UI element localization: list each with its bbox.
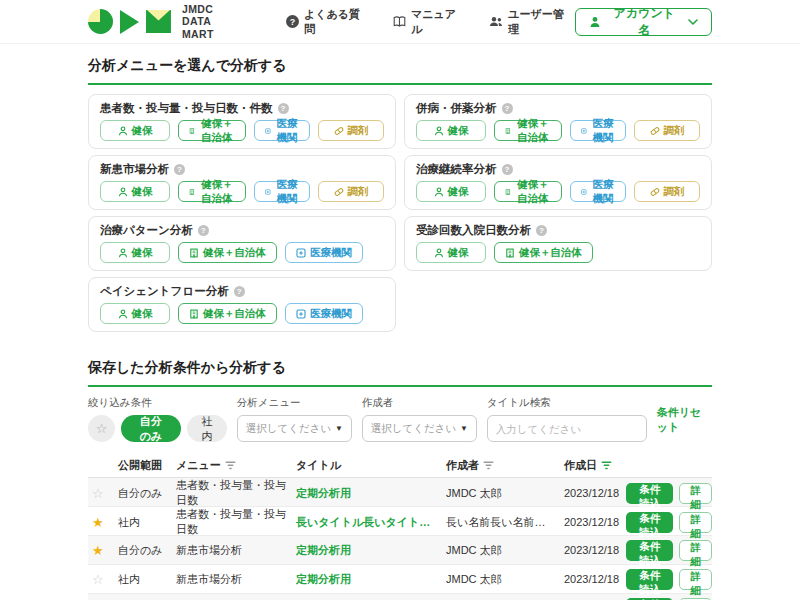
help-icon[interactable]: ?: [502, 103, 513, 114]
chozai-button[interactable]: 調剤: [318, 181, 384, 202]
jmdc-logo[interactable]: JMDC DATA MART: [88, 3, 246, 41]
detail-button[interactable]: 詳細: [679, 483, 712, 504]
kenpo-jichitai-label: 健保＋自治体: [199, 117, 236, 145]
favorite-star-icon[interactable]: ☆: [88, 486, 118, 501]
iryokikan-label: 医療機関: [310, 307, 352, 321]
help-icon[interactable]: ?: [174, 164, 185, 175]
scope-company-pill[interactable]: 社内: [187, 415, 227, 442]
card-title: 新患市場分析: [100, 162, 169, 177]
building-icon: [189, 309, 199, 319]
kenpo-jichitai-label: 健保＋自治体: [203, 246, 266, 260]
users-icon: [489, 16, 503, 27]
kenpo-jichitai-button[interactable]: 健保＋自治体: [178, 120, 246, 141]
menu-filter-group: 分析メニュー 選択してください ▼: [237, 396, 352, 442]
help-icon[interactable]: ?: [278, 103, 289, 114]
chozai-label: 調剤: [348, 124, 369, 138]
load-conditions-button[interactable]: 条件読込: [626, 483, 673, 504]
load-conditions-button[interactable]: 条件読込: [626, 540, 673, 561]
kenpo-button[interactable]: 健保: [100, 303, 170, 324]
nav-manual[interactable]: マニュアル: [393, 7, 467, 37]
star-filter-button[interactable]: ☆: [88, 415, 115, 442]
favorite-star-icon[interactable]: ★: [88, 543, 118, 558]
kenpo-button[interactable]: 健保: [416, 242, 486, 263]
kenpo-jichitai-button[interactable]: 健保＋自治体: [178, 181, 246, 202]
account-button[interactable]: アカウント名: [575, 8, 712, 36]
chozai-label: 調剤: [664, 124, 685, 138]
hospital-icon: [581, 187, 587, 197]
row-menu: 新患市場分析: [176, 572, 296, 587]
title-search-input[interactable]: [487, 415, 647, 442]
iryokikan-button[interactable]: 医療機関: [254, 181, 310, 202]
row-scope: 自分のみ: [118, 486, 176, 501]
kenpo-button[interactable]: 健保: [416, 181, 486, 202]
nav-faq[interactable]: ? よくある質問: [286, 7, 371, 37]
date-column-header: 作成日: [564, 458, 626, 473]
kenpo-jichitai-button[interactable]: 健保＋自治体: [494, 242, 593, 263]
hospital-icon: [296, 309, 306, 319]
nav-faq-label: よくある質問: [304, 7, 371, 37]
logo-wordmark: JMDC DATA MART: [182, 3, 246, 41]
iryokikan-label: 医療機関: [275, 117, 299, 145]
saved-section-title: 保存した分析条件から分析する: [88, 346, 712, 387]
scope-own-pill[interactable]: 自分のみ: [121, 415, 181, 442]
detail-button[interactable]: 詳細: [679, 569, 712, 590]
menu-section-title: 分析メニューを選んで分析する: [88, 44, 712, 85]
table-row: ★ 自分のみ 新患市場分析 定期分析用 JMDC 太郎 2023/12/18 条…: [88, 536, 712, 565]
iryokikan-button[interactable]: 医療機関: [570, 181, 626, 202]
nav-user-management-label: ユーザー管理: [508, 7, 574, 37]
load-conditions-button[interactable]: 条件読込: [626, 569, 673, 590]
iryokikan-button[interactable]: 医療機関: [254, 120, 310, 141]
hospital-icon: [296, 248, 306, 258]
reset-conditions-link[interactable]: 条件リセット: [657, 405, 712, 442]
row-title-link[interactable]: 長いタイトル長いタイトル長いタ...: [296, 515, 446, 530]
kenpo-jichitai-button[interactable]: 健保＋自治体: [494, 181, 562, 202]
nav-user-management[interactable]: ユーザー管理: [489, 7, 574, 37]
chozai-button[interactable]: 調剤: [634, 120, 700, 141]
person-icon: [434, 248, 444, 258]
kenpo-button[interactable]: 健保: [100, 181, 170, 202]
help-icon[interactable]: ?: [502, 164, 513, 175]
person-icon: [118, 309, 128, 319]
filter-icon-active[interactable]: [601, 461, 612, 470]
load-conditions-button[interactable]: 条件読込: [626, 512, 673, 533]
help-icon[interactable]: ?: [536, 225, 547, 236]
kenpo-jichitai-button[interactable]: 健保＋自治体: [494, 120, 562, 141]
detail-button[interactable]: 詳細: [679, 540, 712, 561]
chevron-down-icon: [688, 19, 698, 25]
kenpo-jichitai-button[interactable]: 健保＋自治体: [178, 242, 277, 263]
account-person-icon: [589, 16, 601, 28]
favorite-star-icon[interactable]: ☆: [88, 572, 118, 587]
detail-button[interactable]: 詳細: [679, 512, 712, 533]
logo-line2: DATA MART: [182, 15, 246, 40]
row-title-link[interactable]: 定期分析用: [296, 572, 446, 587]
chozai-button[interactable]: 調剤: [318, 120, 384, 141]
kenpo-jichitai-button[interactable]: 健保＋自治体: [178, 303, 277, 324]
iryokikan-button[interactable]: 医療機関: [285, 242, 363, 263]
app-header: JMDC DATA MART ? よくある質問 マニュアル ユーザー管理 アカウ…: [0, 0, 800, 44]
row-author: 長い名前長い名前長い名...: [446, 515, 564, 530]
chozai-button[interactable]: 調剤: [634, 181, 700, 202]
help-icon[interactable]: ?: [234, 286, 245, 297]
person-icon: [118, 126, 128, 136]
filter-icon[interactable]: [483, 461, 494, 470]
card-title: 併病・併薬分析: [416, 101, 497, 116]
menu-filter-placeholder: 選択してください: [246, 422, 331, 436]
author-filter-select[interactable]: 選択してください ▼: [362, 415, 477, 442]
row-title-link[interactable]: 定期分析用: [296, 543, 446, 558]
row-title-link[interactable]: 定期分析用: [296, 486, 446, 501]
iryokikan-button[interactable]: 医療機関: [570, 120, 626, 141]
filter-icon[interactable]: [225, 461, 236, 470]
row-menu: 患者数・投与量・投与日数: [176, 507, 296, 537]
favorite-star-icon[interactable]: ★: [88, 515, 118, 530]
card-new-patient-market: 新患市場分析 ? 健保 健保＋自治体 医療機関 調剤: [88, 155, 396, 210]
card-title: 治療継続率分析: [416, 162, 497, 177]
help-icon[interactable]: ?: [198, 225, 209, 236]
kenpo-button[interactable]: 健保: [416, 120, 486, 141]
iryokikan-button[interactable]: 医療機関: [285, 303, 363, 324]
row-author: JMDC 太郎: [446, 486, 564, 501]
nav-manual-label: マニュアル: [411, 7, 467, 37]
menu-filter-select[interactable]: 選択してください ▼: [237, 415, 352, 442]
kenpo-button[interactable]: 健保: [100, 242, 170, 263]
building-icon: [505, 248, 515, 258]
kenpo-button[interactable]: 健保: [100, 120, 170, 141]
